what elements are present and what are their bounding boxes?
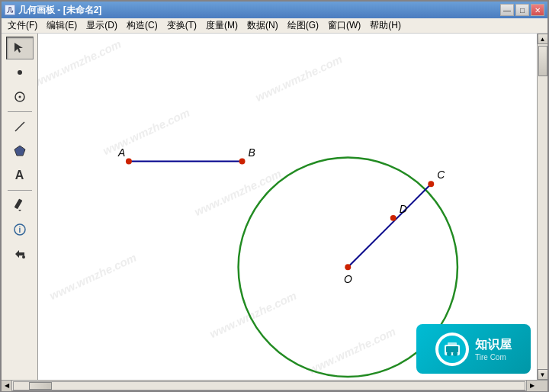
point-c[interactable] xyxy=(428,181,434,187)
bottom-corner xyxy=(537,381,547,391)
svg-rect-6 xyxy=(14,198,22,209)
line-tool[interactable] xyxy=(6,115,34,138)
menu-item-d[interactable]: 显示(D) xyxy=(82,18,122,34)
main-area: A i www.wmzhe.com www.wmzhe.com www.wmzh… xyxy=(2,34,547,380)
svg-rect-16 xyxy=(446,346,458,352)
logo-icon-circle xyxy=(435,333,469,366)
logo-icon-inner xyxy=(438,336,466,363)
label-a: A xyxy=(117,146,125,159)
marker-tool[interactable] xyxy=(6,194,34,217)
text-tool[interactable]: A xyxy=(6,164,34,187)
label-c: C xyxy=(437,169,445,181)
menu-item-w[interactable]: 窗口(W) xyxy=(323,18,365,34)
logo-svg xyxy=(441,339,463,360)
svg-marker-0 xyxy=(14,43,23,53)
svg-rect-13 xyxy=(448,342,457,346)
point-tool[interactable] xyxy=(6,61,34,84)
select-tool[interactable] xyxy=(6,37,34,59)
menu-item-c[interactable]: 构造(C) xyxy=(122,18,162,34)
bottom-scroll-thumb[interactable] xyxy=(29,382,52,390)
app-icon: 几 xyxy=(5,5,15,15)
segment-oc xyxy=(348,184,431,267)
svg-line-4 xyxy=(15,122,24,131)
svg-point-11 xyxy=(22,255,25,259)
point-a[interactable] xyxy=(126,159,132,165)
logo-badge: 知识屋 Tire Com xyxy=(416,324,531,374)
window-controls: — □ ✕ xyxy=(500,4,544,16)
point-b[interactable] xyxy=(239,159,246,165)
scroll-up-button[interactable]: ▲ xyxy=(538,34,548,44)
menu-item-t[interactable]: 变换(T) xyxy=(162,18,201,34)
menu-item-m[interactable]: 度量(M) xyxy=(201,18,242,34)
canvas-area[interactable]: www.wmzhe.com www.wmzhe.com www.wmzhe.co… xyxy=(38,34,537,380)
menu-item-e[interactable]: 编辑(E) xyxy=(42,18,82,34)
bottom-scroll-track xyxy=(13,381,525,390)
menu-item-f[interactable]: 文件(F) xyxy=(3,18,42,34)
menu-bar: 文件(F)编辑(E)显示(D)构造(C)变换(T)度量(M)数据(N)绘图(G)… xyxy=(2,18,547,34)
svg-marker-7 xyxy=(18,210,21,211)
minimize-button[interactable]: — xyxy=(500,4,514,16)
menu-item-n[interactable]: 数据(N) xyxy=(242,18,283,34)
scroll-down-button[interactable]: ▼ xyxy=(538,369,548,380)
logo-text-area: 知识屋 Tire Com xyxy=(475,337,512,361)
scroll-left-button[interactable]: ◀ xyxy=(2,381,12,391)
custom-tool[interactable] xyxy=(6,243,34,265)
toolbar-divider-2 xyxy=(8,190,32,191)
svg-text:i: i xyxy=(18,226,21,234)
app-window: 几 几何画板 - [未命名2] — □ ✕ 文件(F)编辑(E)显示(D)构造(… xyxy=(0,0,549,392)
bottom-scrollbar-area: ◀ ▶ xyxy=(2,380,547,390)
svg-point-1 xyxy=(18,70,22,75)
point-d[interactable] xyxy=(390,215,396,221)
title-text: 几 几何画板 - [未命名2] xyxy=(5,4,101,17)
menu-item-h[interactable]: 帮助(H) xyxy=(365,18,406,34)
toolbar-divider-1 xyxy=(8,111,32,112)
close-button[interactable]: ✕ xyxy=(531,4,544,16)
right-scrollbar[interactable]: ▲ ▼ xyxy=(537,34,547,380)
scroll-right-button[interactable]: ▶ xyxy=(526,381,537,391)
scroll-track-right xyxy=(538,44,547,369)
svg-marker-5 xyxy=(14,146,25,156)
info-tool[interactable]: i xyxy=(6,218,34,241)
label-b: B xyxy=(248,146,255,159)
scroll-thumb-right[interactable] xyxy=(538,46,547,76)
point-o[interactable] xyxy=(345,264,351,270)
label-d: D xyxy=(400,203,407,215)
logo-subtitle: Tire Com xyxy=(475,353,512,361)
window-title: 几何画板 - [未命名2] xyxy=(18,4,101,17)
title-bar: 几 几何画板 - [未命名2] — □ ✕ xyxy=(2,2,547,18)
restore-button[interactable]: □ xyxy=(515,4,529,16)
menu-item-g[interactable]: 绘图(G) xyxy=(283,18,323,34)
label-o: O xyxy=(344,273,352,285)
polygon-tool[interactable] xyxy=(6,140,34,162)
compass-tool[interactable] xyxy=(6,85,34,108)
svg-point-3 xyxy=(18,96,21,98)
logo-chinese-name: 知识屋 xyxy=(475,337,512,353)
toolbar: A i xyxy=(2,34,38,380)
